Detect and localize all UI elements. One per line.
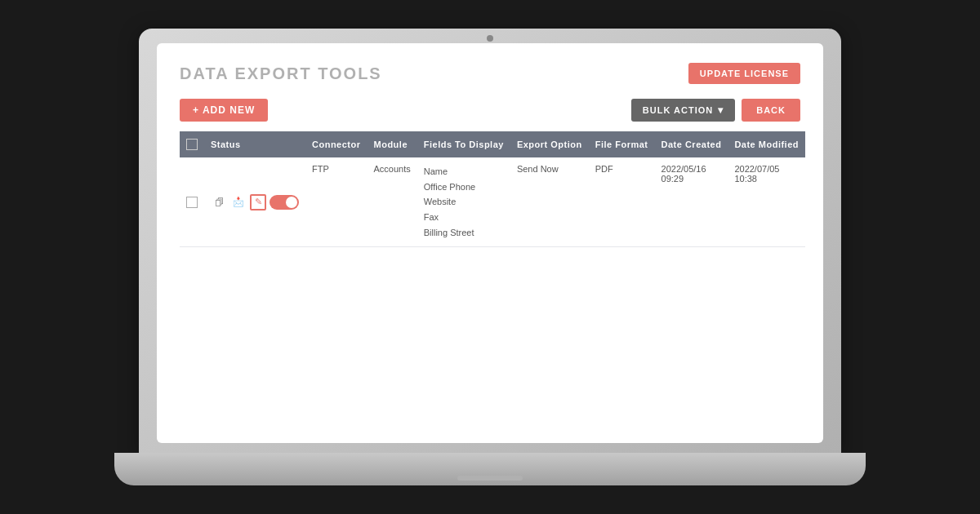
col-connector: Connector bbox=[305, 131, 368, 157]
row-module: Accounts bbox=[368, 157, 417, 247]
screen: DATA EXPORT TOOLS UPDATE LICENSE + ADD N… bbox=[157, 43, 823, 443]
col-fields: Fields To Display bbox=[417, 131, 510, 157]
table-header-row: Status Connector Module Fields To Displa… bbox=[180, 131, 805, 157]
row-actions: 🗍📩✎ bbox=[211, 194, 299, 210]
col-date-created: Date Created bbox=[655, 131, 728, 157]
row-date-created: 2022/05/16 09:29 bbox=[655, 157, 728, 247]
row-actions-cell: 🗍📩✎ bbox=[204, 157, 305, 247]
page-title: DATA EXPORT TOOLS bbox=[180, 64, 382, 83]
row-checkbox[interactable] bbox=[186, 197, 198, 208]
screen-bezel: DATA EXPORT TOOLS UPDATE LICENSE + ADD N… bbox=[139, 29, 841, 453]
row-file-format: PDF bbox=[589, 157, 655, 247]
add-new-button[interactable]: + ADD NEW bbox=[180, 99, 268, 122]
laptop-shell: DATA EXPORT TOOLS UPDATE LICENSE + ADD N… bbox=[139, 29, 841, 485]
row-fields: NameOffice PhoneWebsiteFaxBilling Street bbox=[417, 157, 510, 247]
data-table: Status Connector Module Fields To Displa… bbox=[180, 131, 805, 247]
col-module: Module bbox=[368, 131, 417, 157]
fields-list: NameOffice PhoneWebsiteFaxBilling Street bbox=[424, 164, 504, 240]
field-item: Website bbox=[424, 194, 504, 210]
table-row: 🗍📩✎FTPAccountsNameOffice PhoneWebsiteFax… bbox=[180, 157, 805, 247]
toolbar: + ADD NEW BULK ACTION BACK bbox=[180, 99, 800, 122]
col-status: Status bbox=[204, 131, 305, 157]
col-export-option: Export Option bbox=[510, 131, 589, 157]
bulk-action-button[interactable]: BULK ACTION bbox=[631, 99, 735, 122]
laptop-base bbox=[114, 453, 866, 485]
col-checkbox bbox=[180, 131, 204, 157]
field-item: Office Phone bbox=[424, 179, 504, 195]
col-file-format: File Format bbox=[589, 131, 655, 157]
field-item: Name bbox=[424, 164, 504, 179]
copy-icon[interactable]: 🗍 bbox=[211, 194, 227, 210]
row-checkbox-cell bbox=[180, 157, 204, 247]
page-header: DATA EXPORT TOOLS UPDATE LICENSE bbox=[180, 63, 800, 84]
edit-icon[interactable]: ✎ bbox=[250, 194, 266, 210]
row-export-option: Send Now bbox=[510, 157, 589, 247]
status-toggle[interactable] bbox=[270, 195, 299, 210]
header-checkbox[interactable] bbox=[186, 139, 198, 150]
col-date-modified: Date Modified bbox=[728, 131, 805, 157]
webcam bbox=[487, 35, 493, 42]
row-connector: FTP bbox=[305, 157, 368, 247]
update-license-button[interactable]: UPDATE LICENSE bbox=[688, 63, 800, 84]
row-date-modified: 2022/07/05 10:38 bbox=[728, 157, 805, 247]
field-item: Fax bbox=[424, 210, 504, 225]
send-icon[interactable]: 📩 bbox=[230, 194, 247, 210]
field-item: Billing Street bbox=[424, 225, 504, 241]
back-button[interactable]: BACK bbox=[742, 99, 800, 122]
toolbar-right: BULK ACTION BACK bbox=[631, 99, 800, 122]
